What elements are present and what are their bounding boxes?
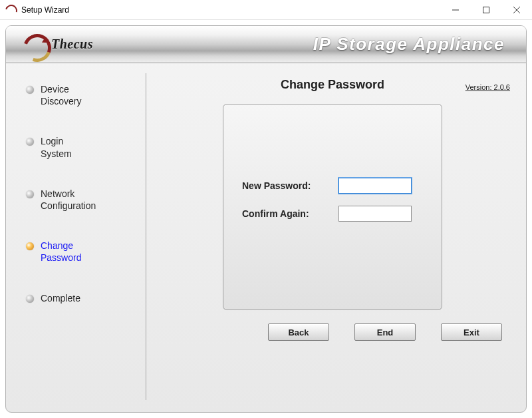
maximize-icon — [483, 7, 489, 13]
new-password-input[interactable] — [338, 178, 412, 194]
window-controls — [440, 0, 532, 19]
main-content: Change Password Version: 2.0.6 New Passw… — [139, 63, 526, 412]
maximize-button[interactable] — [471, 0, 501, 19]
wizard-frame: Thecus IP Storage Appliance Device Disco… — [5, 25, 527, 413]
step-label: Change Password — [41, 240, 81, 264]
step-label: Device Discovery — [41, 83, 81, 107]
bullet-icon — [26, 190, 34, 198]
product-title: IP Storage Appliance — [313, 34, 511, 55]
minimize-button[interactable] — [440, 0, 471, 19]
sidebar-step-change-password[interactable]: Change Password — [26, 240, 132, 264]
confirm-label: Confirm Again: — [242, 208, 338, 219]
field-row-new-password: New Password: — [242, 178, 423, 194]
app-icon — [5, 5, 16, 15]
logo-swirl-icon — [21, 31, 47, 58]
minimize-icon — [452, 7, 459, 13]
sidebar-step-login-system[interactable]: Login System — [26, 135, 132, 159]
header-band: Thecus IP Storage Appliance — [6, 26, 526, 63]
step-label: Login System — [41, 135, 72, 159]
field-row-confirm: Confirm Again: — [242, 206, 423, 222]
end-button[interactable]: End — [354, 323, 416, 341]
sidebar-step-complete[interactable]: Complete — [26, 292, 132, 304]
page-title: Change Password — [159, 78, 506, 92]
sidebar-step-network-configuration[interactable]: Network Configuration — [26, 188, 132, 212]
bullet-icon — [26, 242, 34, 250]
window-title: Setup Wizard — [21, 5, 440, 15]
close-icon — [513, 7, 520, 13]
close-button[interactable] — [501, 0, 532, 19]
exit-button[interactable]: Exit — [441, 323, 502, 341]
sidebar-step-device-discovery[interactable]: Device Discovery — [26, 83, 132, 107]
version-label[interactable]: Version: 2.0.6 — [466, 83, 510, 91]
confirm-password-input[interactable] — [338, 206, 412, 222]
back-button[interactable]: Back — [268, 323, 329, 341]
form-panel: New Password: Confirm Again: — [223, 104, 442, 310]
step-label: Network Configuration — [41, 188, 96, 212]
bullet-icon — [26, 295, 34, 303]
sidebar: Device Discovery Login System Network Co… — [6, 63, 139, 412]
button-row: Back End Exit — [159, 323, 506, 341]
bullet-icon — [26, 138, 34, 146]
titlebar: Setup Wizard — [0, 0, 532, 20]
brand-logo: Thecus — [21, 31, 93, 58]
step-label: Complete — [41, 292, 80, 304]
svg-rect-1 — [483, 7, 489, 13]
brand-text: Thecus — [51, 37, 93, 52]
bullet-icon — [26, 86, 34, 94]
new-password-label: New Password: — [242, 180, 338, 191]
